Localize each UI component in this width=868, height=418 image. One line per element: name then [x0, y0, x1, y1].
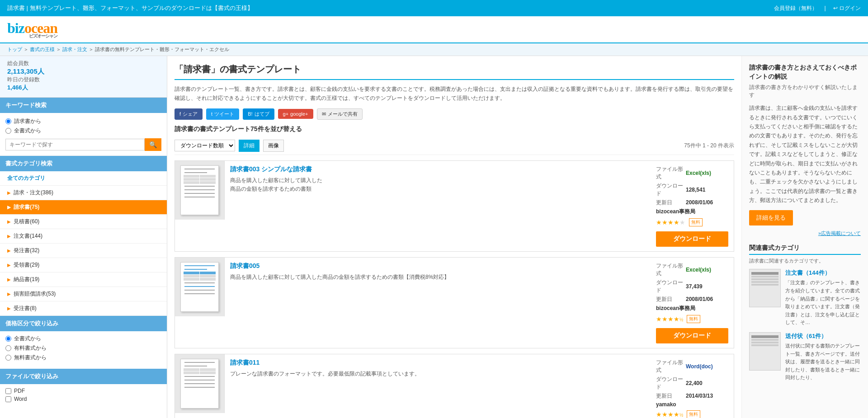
price-paid[interactable]: 有料書式から [5, 344, 161, 352]
arrow-icon: ▶ [7, 291, 11, 296]
arrow-icon: ▶ [7, 234, 11, 239]
file-word[interactable]: Word [5, 396, 161, 402]
view-image-btn[interactable]: 画像 [263, 140, 284, 152]
category-songai[interactable]: ▶ 損害賠償請求(53) [0, 287, 167, 301]
free-badge: 無料 [687, 410, 700, 418]
search-button[interactable]: 🔍 [145, 138, 161, 151]
related-item-title[interactable]: 注文書（144件） [785, 269, 861, 277]
category-hacchuusho[interactable]: ▶ 発注書(32) [0, 244, 167, 258]
today-label: 昨日の登録数 [7, 76, 160, 84]
breadcrumb-seikyuu[interactable]: 請求・注文 [62, 47, 87, 52]
category-juchuusho[interactable]: ▶ 受注書(8) [0, 301, 167, 316]
related-item-title[interactable]: 送付状（61件） [785, 332, 861, 340]
breadcrumb-ousama[interactable]: 書式の王様 [30, 47, 55, 52]
meta-download: ダウンロード 22,400 [656, 376, 728, 391]
share-facebook[interactable]: f シェア [175, 108, 203, 120]
meta-format: ファイル形式 Excel(xls) [656, 165, 728, 181]
template-thumb [175, 354, 225, 413]
ad-link[interactable]: »広告掲載について [749, 230, 861, 237]
template-meta-005: ファイル形式 Excel(xls) ダウンロード 37,439 更新日 2008… [656, 262, 728, 343]
hatena-icon: B! [248, 111, 252, 117]
category-nouhinsho[interactable]: ▶ 納品書(19) [0, 272, 167, 287]
word-checkbox[interactable] [5, 396, 11, 402]
template-title-003[interactable]: 請求書003 シンプルな請求書 [230, 165, 649, 174]
radio-all-input[interactable] [5, 128, 11, 134]
template-info: 請求書005 商品を購入した顧客に対して購入した商品の金額を請求するための書類【… [225, 258, 734, 348]
meta-date: 更新日 2008/01/06 [656, 296, 728, 303]
price-all-input[interactable] [5, 336, 11, 342]
breadcrumb: トップ ＞ 書式の王様 ＞ 請求・注文 ＞ 請求書の無料テンプレート・雛形・フォ… [0, 43, 868, 56]
download-btn-003[interactable]: ダウンロード [656, 231, 728, 247]
template-desc-003: 商品を購入した顧客に対して購入した商品の金額を請求するための書類 [230, 176, 649, 193]
share-google[interactable]: g+ google+ [278, 109, 313, 119]
share-mail[interactable]: ✉ メールで共有 [317, 108, 363, 120]
radio-seikyuu[interactable]: 請求書から [5, 117, 161, 125]
file-content: PDF Word [0, 384, 167, 408]
template-item: 請求書011 プレーンな請求書のフォーマットです。必要最低限の記載事項としていま… [175, 354, 734, 418]
breadcrumb-top[interactable]: トップ [7, 47, 22, 52]
file-pdf[interactable]: PDF [5, 388, 161, 394]
view-detail-btn[interactable]: 詳細 [239, 140, 259, 152]
meta-author: bizocean事務局 [656, 208, 728, 216]
sort-select[interactable]: ダウンロード数順 [175, 140, 235, 151]
related-content: 送付状（61件） 送付状に関する書類のテンプレート一覧、書き方ページです。送付状… [785, 332, 861, 382]
price-free-input[interactable] [5, 355, 11, 361]
category-seikyuu[interactable]: ▶ 請求書(75) [0, 200, 167, 215]
file-header: ファイルで絞り込み [0, 369, 167, 384]
template-item: 請求書003 シンプルな請求書 商品を購入した顧客に対して購入した商品の金額を請… [175, 160, 734, 252]
word-label: Word [14, 396, 27, 402]
radio-all-label: 全書式から [14, 127, 41, 135]
google-icon: g+ [283, 111, 289, 117]
template-thumb [175, 161, 225, 220]
price-free[interactable]: 無料書式から [5, 354, 161, 362]
price-paid-label: 有料書式から [14, 344, 47, 352]
price-all[interactable]: 全書式から [5, 335, 161, 343]
meta-author: bizocean事務局 [656, 305, 728, 312]
related-item-soufuujou: 送付状（61件） 送付状に関する書類のテンプレート一覧、書き方ページです。送付状… [749, 332, 861, 382]
category-chumonsho[interactable]: ▶ 注文書(144) [0, 229, 167, 244]
price-content: 全書式から 有料書式から 無料書式から [0, 331, 167, 369]
template-title-005[interactable]: 請求書005 [230, 262, 649, 270]
mail-icon: ✉ [322, 111, 326, 117]
price-header: 価格区分で絞り込み [0, 316, 167, 331]
category-juryousho[interactable]: ▶ 受領書(29) [0, 258, 167, 272]
pdf-checkbox[interactable] [5, 388, 11, 394]
thumb-doc [180, 262, 219, 312]
arrow-icon: ▶ [7, 263, 11, 268]
price-paid-input[interactable] [5, 345, 11, 351]
template-thumb [175, 258, 225, 316]
category-label: 受注書(8) [14, 305, 37, 312]
template-item: 請求書005 商品を購入した顧客に対して購入した商品の金額を請求するための書類【… [175, 257, 734, 348]
category-mitsumorisho[interactable]: ▶ 見積書(60) [0, 215, 167, 229]
how-to-desc: 請求書は、主に顧客へ金銭の支払いを請求するときに発行される文書です。いつでにいく… [749, 103, 861, 205]
detail-btn[interactable]: 詳細を見る [749, 210, 793, 225]
radio-seikyuu-input[interactable] [5, 118, 11, 124]
category-label: 注文書(144) [14, 232, 42, 240]
template-title-011[interactable]: 請求書011 [230, 359, 649, 367]
login-link[interactable]: ↩ ログイン [833, 5, 861, 12]
today-count: 1,466人 [7, 84, 160, 92]
keyword-input[interactable] [5, 139, 145, 150]
search-box: 🔍 [5, 138, 161, 151]
radio-all[interactable]: 全書式から [5, 127, 161, 135]
related-item-chumonsho: 注文書（144件） 「注文書」のテンプレート、書き方を紹介しています。全ての書式… [749, 269, 861, 327]
related-content: 注文書（144件） 「注文書」のテンプレート、書き方を紹介しています。全ての書式… [785, 269, 861, 327]
share-hatena[interactable]: B! はてブ [243, 108, 274, 120]
free-badge: 無料 [687, 315, 700, 323]
template-desc-005: 商品を購入した顧客に対して購入した商品の金額を請求するための書類【消費税8%対応… [230, 273, 649, 282]
total-count: 2,113,305人 [7, 67, 160, 76]
arrow-icon: ▶ [7, 190, 11, 195]
logo[interactable]: bizocean ビズオーシャン [7, 20, 57, 39]
register-link[interactable]: 会員登録（無料） [774, 5, 817, 12]
share-twitter[interactable]: t ツイート [206, 108, 239, 120]
related-thumb [749, 269, 781, 307]
thumb-doc [180, 165, 219, 215]
radio-seikyuu-label: 請求書から [14, 117, 41, 125]
top-bar: 請求書 | 無料テンプレート、雛形、フォーマット、サンプルのダウンロードは【書式… [0, 0, 868, 16]
category-label: 受領書(29) [14, 261, 39, 269]
related-thumb [749, 332, 781, 371]
download-btn-005[interactable]: ダウンロード [656, 328, 728, 343]
category-seikyuu-chumon[interactable]: ▶ 請求・注文(386) [0, 186, 167, 200]
template-main: 請求書011 プレーンな請求書のフォーマットです。必要最低限の記載事項としていま… [230, 359, 649, 418]
category-all[interactable]: 全てのカテゴリ [0, 171, 167, 186]
